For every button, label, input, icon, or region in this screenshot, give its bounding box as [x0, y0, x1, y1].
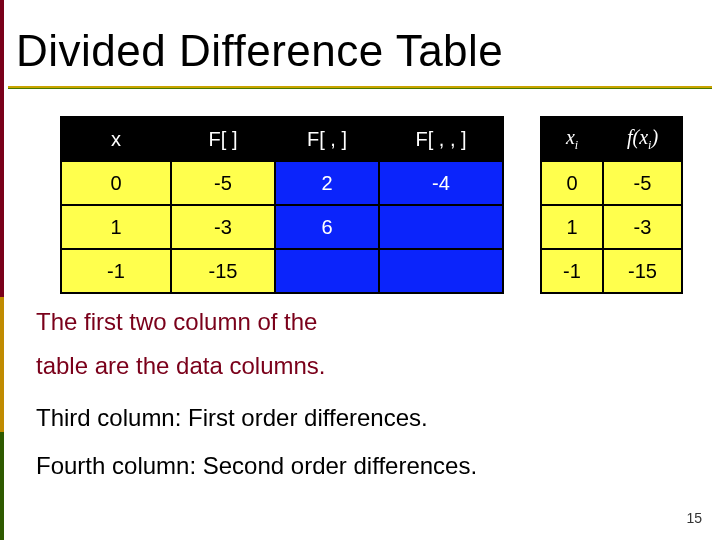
cell-f2: -4 [379, 161, 503, 205]
cell-f1: 6 [275, 205, 379, 249]
table-header-row: xi f(xi) [541, 117, 682, 161]
body-line-4: Fourth column: Second order differences. [36, 452, 477, 480]
cell-x: 1 [61, 205, 171, 249]
page-number: 15 [686, 510, 702, 526]
cell-f2-empty [379, 205, 503, 249]
cell-fxi: -15 [603, 249, 682, 293]
xi-subscript: i [575, 138, 578, 152]
table-row: 0 -5 [541, 161, 682, 205]
slide-title: Divided Difference Table [16, 26, 503, 76]
body-line-3: Third column: First order differences. [36, 404, 428, 432]
col-header-fxi: f(xi) [603, 117, 682, 161]
cell-xi: 1 [541, 205, 603, 249]
col-header-xi: xi [541, 117, 603, 161]
cell-x: 0 [61, 161, 171, 205]
tables-row: x F[ ] F[ , ] F[ , , ] 0 -5 2 -4 1 -3 6 … [60, 116, 683, 294]
table-row: -1 -15 [61, 249, 503, 293]
col-header-f0: F[ ] [171, 117, 275, 161]
table-header-row: x F[ ] F[ , ] F[ , , ] [61, 117, 503, 161]
cell-f0: -15 [171, 249, 275, 293]
fxi-post: ) [651, 126, 658, 148]
cell-fxi: -3 [603, 205, 682, 249]
slide-edge-stripe [0, 0, 4, 540]
cell-f1-empty [275, 249, 379, 293]
col-header-x: x [61, 117, 171, 161]
col-header-f2: F[ , , ] [379, 117, 503, 161]
table-row: 1 -3 [541, 205, 682, 249]
title-underline [8, 86, 712, 89]
cell-f2-empty [379, 249, 503, 293]
cell-xi: -1 [541, 249, 603, 293]
cell-fxi: -5 [603, 161, 682, 205]
fxi-pre: f(x [627, 126, 648, 148]
body-line-2: table are the data columns. [36, 352, 326, 380]
xi-symbol: x [566, 126, 575, 148]
col-header-f1: F[ , ] [275, 117, 379, 161]
cell-f0: -5 [171, 161, 275, 205]
divided-difference-table: x F[ ] F[ , ] F[ , , ] 0 -5 2 -4 1 -3 6 … [60, 116, 504, 294]
cell-f1: 2 [275, 161, 379, 205]
table-row: 0 -5 2 -4 [61, 161, 503, 205]
data-points-table: xi f(xi) 0 -5 1 -3 -1 -15 [540, 116, 683, 294]
cell-x: -1 [61, 249, 171, 293]
table-row: 1 -3 6 [61, 205, 503, 249]
body-line-1: The first two column of the [36, 308, 317, 336]
cell-f0: -3 [171, 205, 275, 249]
table-row: -1 -15 [541, 249, 682, 293]
cell-xi: 0 [541, 161, 603, 205]
